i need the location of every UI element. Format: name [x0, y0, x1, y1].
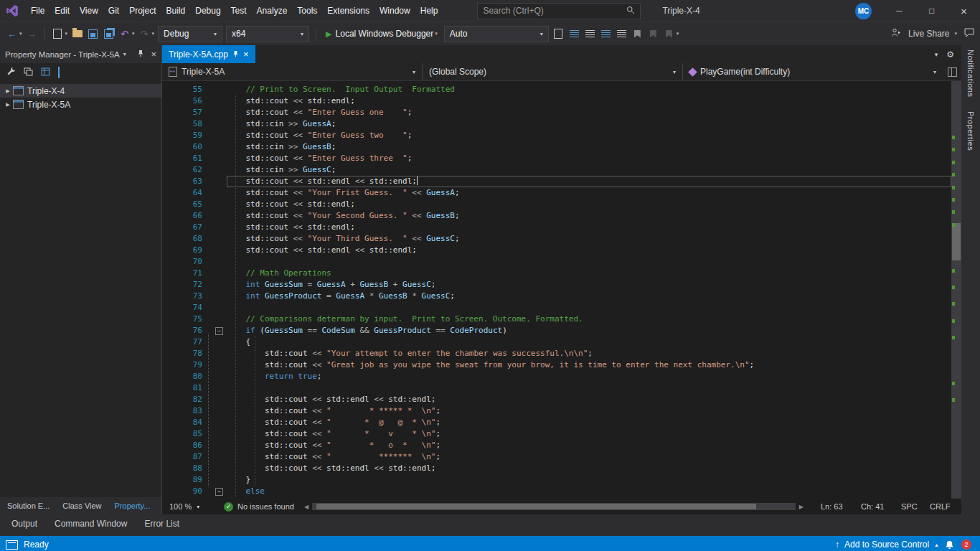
document-list-caret-icon[interactable]: ▾	[935, 51, 938, 58]
code-line-73[interactable]: 73 int GuessProduct = GuessA * GuessB * …	[162, 291, 951, 302]
code-text[interactable]: std::cout << std::endl << std::endl;	[227, 394, 951, 405]
start-debugging-button[interactable]: ▶ Local Windows Debugger ▾	[323, 29, 440, 39]
notification-count-badge[interactable]: 2	[961, 540, 971, 550]
code-line-83[interactable]: 83 std::cout << " * ***** * \n";	[162, 405, 951, 417]
code-line-63[interactable]: 63 std::cout << std::endl << std::endl;	[162, 176, 951, 187]
edit-sheet-icon[interactable]	[41, 67, 50, 78]
code-text[interactable]: {	[227, 336, 951, 348]
code-line-72[interactable]: 72 int GuessSum = GuessA + GuessB + Gues…	[162, 279, 951, 291]
code-line-67[interactable]: 67 std::cout << std::endl;	[162, 222, 951, 233]
live-share-button[interactable]: Live Share	[908, 29, 949, 39]
close-panel-icon[interactable]: ×	[151, 49, 156, 60]
code-text[interactable]: std::cout << " * @ @ * \n";	[227, 417, 951, 428]
solution-platforms-dropdown[interactable]: x64▾	[226, 26, 309, 42]
menu-edit[interactable]: Edit	[50, 0, 75, 22]
save-icon[interactable]	[87, 27, 99, 40]
code-text[interactable]: // Print to Screen. Input Output Formatt…	[227, 84, 951, 95]
code-text[interactable]	[227, 256, 951, 268]
new-file-caret-icon[interactable]: ▾	[65, 31, 68, 37]
code-text[interactable]: std::cout << std::endl;	[227, 222, 951, 233]
open-folder-icon[interactable]	[71, 27, 83, 40]
previous-bookmark-icon[interactable]	[647, 27, 659, 40]
collapse-icon[interactable]: −	[215, 488, 223, 496]
menu-view[interactable]: View	[75, 0, 103, 22]
attach-to-process-icon[interactable]	[552, 27, 565, 40]
code-line-57[interactable]: 57 std::cout << "Enter Guess one ";	[162, 107, 951, 118]
code-text[interactable]: std::cout << "Great job as you wipe the …	[227, 359, 951, 371]
panel-tab-solution-e-[interactable]: Solution E...	[1, 501, 55, 510]
navigate-forward-icon[interactable]: →	[26, 27, 38, 40]
code-text[interactable]: std::cout << std::endl;	[227, 199, 951, 210]
code-line-58[interactable]: 58 std::cin >> GuessA;	[162, 118, 951, 130]
panel-tab-class-view[interactable]: Class View	[57, 501, 107, 510]
notifications-bell-icon[interactable]	[944, 540, 955, 550]
tab-notifications[interactable]: Notifications	[966, 50, 975, 97]
close-button[interactable]: ×	[948, 0, 980, 22]
code-line-74[interactable]: 74	[162, 302, 951, 314]
save-all-icon[interactable]	[103, 27, 115, 40]
scroll-left-icon[interactable]: ◀	[304, 504, 308, 510]
panel-header[interactable]: Property Manager - Triple-X-5A ▾ ×	[0, 45, 161, 63]
code-text[interactable]: std::cout << " * o * \n";	[227, 440, 951, 451]
code-text[interactable]: std::cout << " * v * \n";	[227, 428, 951, 440]
code-text[interactable]: std::cout << "Enter Guess two ";	[227, 130, 951, 141]
code-text[interactable]	[227, 382, 951, 394]
code-line-56[interactable]: 56 std::cout << std::endl;	[162, 95, 951, 107]
code-line-80[interactable]: 80 return true;	[162, 371, 951, 382]
menu-debug[interactable]: Debug	[190, 0, 225, 22]
code-text[interactable]: std::cin >> GuessB;	[227, 141, 951, 153]
maximize-button[interactable]: □	[915, 0, 948, 22]
code-line-69[interactable]: 69 std::cout << std::endl << std::endl;	[162, 245, 951, 256]
expander-icon[interactable]: ▶	[3, 102, 13, 108]
undo-caret-icon[interactable]: ▾	[132, 31, 135, 37]
code-editor[interactable]: 55 // Print to Screen. Input Output Form…	[162, 81, 951, 499]
code-text[interactable]: std::cout << std::endl << std::endl;	[227, 245, 951, 256]
undo-icon[interactable]: ↶	[118, 27, 131, 40]
tab-command-window[interactable]: Command Window	[47, 519, 134, 529]
tab-error-list[interactable]: Error List	[137, 519, 187, 529]
menu-tools[interactable]: Tools	[292, 0, 322, 22]
add-filter-icon[interactable]	[24, 67, 33, 78]
code-line-59[interactable]: 59 std::cout << "Enter Guess two ";	[162, 130, 951, 141]
new-file-icon[interactable]	[52, 27, 64, 40]
next-bookmark-icon[interactable]	[663, 27, 675, 40]
scroll-right-icon[interactable]: ▶	[799, 504, 804, 510]
scope-dropdown[interactable]: (Global Scope) ▾	[423, 63, 683, 80]
comment-lines-icon[interactable]	[600, 27, 612, 40]
code-text[interactable]: // Math Operations	[227, 268, 951, 279]
tab-triple-x-5a-cpp[interactable]: Triple-X-5A.cpp ×	[162, 45, 255, 63]
background-tasks-icon[interactable]	[6, 540, 18, 550]
menu-help[interactable]: Help	[415, 0, 443, 22]
code-line-82[interactable]: 82 std::cout << std::endl << std::endl;	[162, 394, 951, 405]
code-line-77[interactable]: 77 {	[162, 336, 951, 348]
redo-icon[interactable]: ↷	[138, 27, 151, 40]
menu-analyze[interactable]: Analyze	[252, 0, 293, 22]
pin-icon[interactable]	[232, 50, 239, 60]
code-line-88[interactable]: 88 std::cout << std::endl << std::endl;	[162, 463, 951, 474]
code-line-64[interactable]: 64 std::cout << "Your Frist Guess. " << …	[162, 187, 951, 199]
add-to-source-control-button[interactable]: Add to Source Control	[844, 540, 929, 550]
code-text[interactable]	[227, 302, 951, 314]
debug-target-dropdown[interactable]: Auto▾	[444, 26, 549, 42]
code-text[interactable]: if (GuessSum == CodeSum && GuessProduct …	[227, 325, 951, 336]
zoom-control[interactable]: 100 % ▾	[169, 502, 214, 511]
code-text[interactable]: std::cout << "Enter Guess three ";	[227, 153, 951, 164]
code-text[interactable]: std::cout << "Your Frist Guess. " << Gue…	[227, 187, 951, 199]
code-line-62[interactable]: 62 std::cin >> GuessC;	[162, 164, 951, 176]
member-dropdown[interactable]: PlayGame(int Difficulty) ▾	[683, 63, 943, 80]
minimize-button[interactable]: ─	[883, 0, 915, 22]
horizontal-scrollbar[interactable]: ◀ ▶	[304, 503, 804, 510]
menu-project[interactable]: Project	[124, 0, 161, 22]
code-text[interactable]: }	[227, 474, 951, 486]
code-line-78[interactable]: 78 std::cout << "Your attempt to enter t…	[162, 348, 951, 359]
close-tab-icon[interactable]: ×	[243, 49, 249, 60]
code-text[interactable]: std::cout << std::endl;	[227, 95, 951, 107]
tree-item-triple-x-5a[interactable]: ▶Triple-X-5A	[0, 98, 161, 111]
code-text[interactable]: std::cout << std::endl << std::endl;	[227, 176, 951, 187]
vertical-scrollbar[interactable]	[951, 81, 961, 499]
toolbar-overflow-caret-icon[interactable]: ▾	[677, 31, 679, 37]
menu-window[interactable]: Window	[374, 0, 415, 22]
code-line-81[interactable]: 81	[162, 382, 951, 394]
panel-tab-property-[interactable]: Property...	[109, 501, 156, 510]
code-line-85[interactable]: 85 std::cout << " * v * \n";	[162, 428, 951, 440]
